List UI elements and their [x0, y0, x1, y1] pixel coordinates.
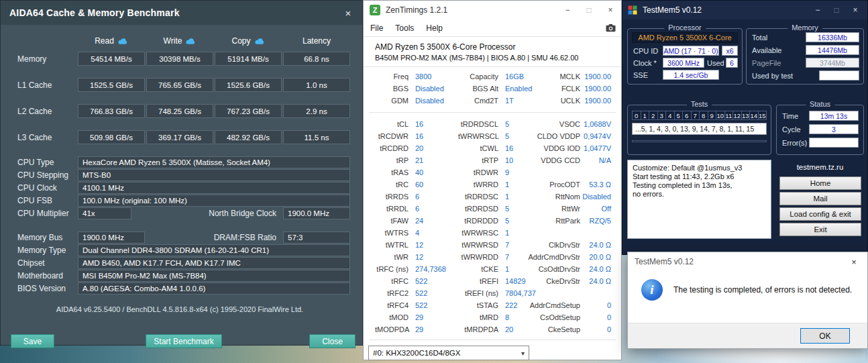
timing-label: Capacity — [458, 72, 498, 81]
zentimings-app-icon: Z — [370, 5, 380, 15]
timing-label: Cmd2T — [458, 97, 498, 105]
tests-group-label: Tests — [687, 100, 712, 108]
clock-label: Clock * — [633, 59, 657, 67]
timings-row: tRP21tRTP10VDDG CCDN/A — [375, 154, 621, 166]
timing-label: BGS — [375, 85, 409, 93]
bench-row-l2: L2 Cache766.83 GB/s748.25 GB/s767.23 GB/… — [9, 104, 362, 118]
cloud-compare-icon[interactable] — [185, 38, 196, 45]
cpu-id-label: CPU ID — [633, 47, 658, 55]
chevron-down-icon: ▾ — [521, 350, 529, 357]
board-bios-info: B450M PRO-M2 MAX (MS-7B84) | BIOS A.80 |… — [375, 54, 621, 62]
l3-copy-value: 482.92 GB/s — [215, 130, 282, 144]
timing-label: tMRDPDA — [458, 325, 498, 333]
close-icon[interactable]: × — [600, 1, 621, 19]
close-icon[interactable]: × — [338, 4, 358, 21]
timing-label: tRRDS — [375, 193, 409, 201]
tests-group: Tests 0123456789101112131415 ...5, 1, 4,… — [627, 105, 771, 155]
dialog-titlebar[interactable]: TestMem5 v0.12 × — [628, 252, 867, 271]
timing-value: 1 — [498, 265, 521, 273]
memory-write-value: 30398 MB/s — [146, 52, 213, 66]
timing-value: 24 — [409, 217, 458, 225]
clock-value: 3600 MHz — [663, 58, 704, 68]
read-label: Read — [95, 36, 114, 46]
minimize-icon[interactable]: − — [557, 1, 578, 19]
timing-label: CsOdtDrvStr — [521, 265, 580, 273]
timing-label: tRCDWR — [375, 132, 409, 140]
maximize-icon[interactable]: □ — [827, 1, 846, 19]
test-sequence-list[interactable]: ...5, 1, 4, 3, 0, 13, 9, 14, 7, 8, 1, 11… — [632, 123, 767, 135]
timing-value: 522 — [409, 277, 458, 285]
cpu-type-value: HexaCore AMD Ryzen 5 3500X (Matisse, Soc… — [78, 156, 350, 168]
cloud-compare-icon[interactable] — [254, 38, 265, 45]
timings-row: tRFC4522tSTAG222AddrCmdSetup0 — [375, 299, 621, 311]
screenshot-camera-icon[interactable] — [606, 23, 616, 32]
sse-speed-value: 1.4 sec/Gb — [663, 70, 719, 80]
timing-value: 29 — [409, 313, 458, 321]
cpu-multiplier-value: 41x — [78, 207, 131, 219]
info-row-bios: BIOS VersionA.80 (AGESA: Combo-AM4 1.0.0… — [9, 282, 362, 295]
timing-value: 1,0477V — [580, 144, 611, 152]
save-button[interactable]: Save — [11, 334, 54, 348]
timing-label: tMODPDA — [375, 325, 409, 333]
close-icon[interactable]: × — [846, 1, 865, 19]
available-label: Available — [752, 46, 781, 54]
info-row-motherboard: MotherboardMSI B450M Pro-M2 Max (MS-7B84… — [9, 270, 362, 282]
close-icon[interactable]: × — [840, 252, 867, 271]
timing-label: FCLK — [521, 85, 580, 93]
test-progress-track — [632, 140, 767, 142]
info-row-chipset: ChipsetAMD B450, AMD K17.7 FCH, AMD K17.… — [9, 257, 362, 269]
errors-label: Error(s) — [782, 139, 807, 147]
maximize-icon[interactable]: □ — [578, 1, 600, 19]
zentimings-titlebar[interactable]: Z ZenTimings 1.2.1 − □ × — [364, 1, 621, 19]
timing-label: tRDRDSCL — [458, 120, 498, 128]
memory-copy-value: 51914 MB/s — [215, 52, 282, 66]
mail-button[interactable]: Mail — [779, 192, 861, 205]
close-button[interactable]: Close — [309, 334, 356, 348]
info-row-cpu-clock: CPU Clock4100.1 MHz — [9, 182, 362, 194]
row-label: CPU Stepping — [9, 170, 76, 180]
timing-label: tRC — [375, 180, 409, 189]
test-cell: 3 — [658, 111, 667, 120]
timing-value: 1900.00 — [580, 97, 611, 105]
home-button[interactable]: Home — [779, 176, 861, 190]
cloud-compare-icon[interactable] — [117, 38, 128, 45]
test-cell: 1 — [641, 111, 650, 120]
exit-button[interactable]: Exit — [779, 223, 861, 236]
dram-fsb-ratio-value: 57:3 — [283, 231, 350, 244]
timing-value: 0 — [580, 313, 611, 321]
menu-file[interactable]: File — [370, 23, 383, 33]
used-threads-value: 6 — [726, 58, 738, 68]
dram-module-select[interactable]: #0: KHX3200C16D4/8GX ▾ — [368, 346, 529, 360]
info-row-cpu-type: CPU TypeHexaCore AMD Ryzen 5 3500X (Mati… — [9, 156, 362, 168]
info-row-cpu-stepping: CPU SteppingMTS-B0 — [9, 169, 362, 181]
testmem5-titlebar[interactable]: TestMem5 v0.12 − □ × — [622, 1, 867, 19]
timing-label: tRFC4 — [375, 301, 409, 309]
load-config-exit-button[interactable]: Load config & exit — [779, 207, 861, 221]
timing-label: tRP — [375, 156, 409, 164]
timing-label: tCWL — [458, 144, 498, 152]
aida64-titlebar[interactable]: AIDA64 Cache & Memory Benchmark × — [1, 1, 362, 25]
menu-help[interactable]: Help — [426, 23, 443, 33]
cycle-label: Cycle — [782, 125, 801, 134]
row-label: CPU Clock — [9, 183, 76, 193]
col-header-latency: Latency — [283, 36, 350, 46]
timing-label: CkeDrvStr — [521, 277, 580, 285]
cpu-id-value: AMD (17 · 71 · 0) — [663, 46, 719, 56]
ok-button[interactable]: OK — [800, 328, 850, 344]
timing-label: VDDG IOD — [521, 144, 580, 152]
timing-label: CsOdtSetup — [521, 313, 580, 321]
timing-label: tWRWRSC — [458, 229, 498, 237]
timings-row: tRRDL6tRDRDSD5RttWrOff — [375, 203, 621, 215]
total-memory-value: 16336Mb — [806, 32, 859, 42]
timing-value: 7 — [498, 253, 521, 261]
dialog-body: i The testing is completed, of errors is… — [628, 271, 867, 323]
available-memory-value: 14476Mb — [806, 45, 859, 55]
start-benchmark-button[interactable]: Start Benchmark — [146, 334, 222, 348]
minimize-icon[interactable]: − — [808, 1, 827, 19]
menu-tools[interactable]: Tools — [395, 23, 414, 33]
info-row-cpu-multiplier: CPU Multiplier41xNorth Bridge Clock1900.… — [9, 207, 362, 219]
timing-label: tRCDRD — [375, 144, 409, 152]
cpu-name: AMD Ryzen 5 3500X 6-Core Processor — [375, 42, 621, 52]
status-group-label: Status — [806, 100, 834, 108]
timings-row: GDMDisabledCmd2T1TUCLK1900.00 — [375, 95, 621, 107]
